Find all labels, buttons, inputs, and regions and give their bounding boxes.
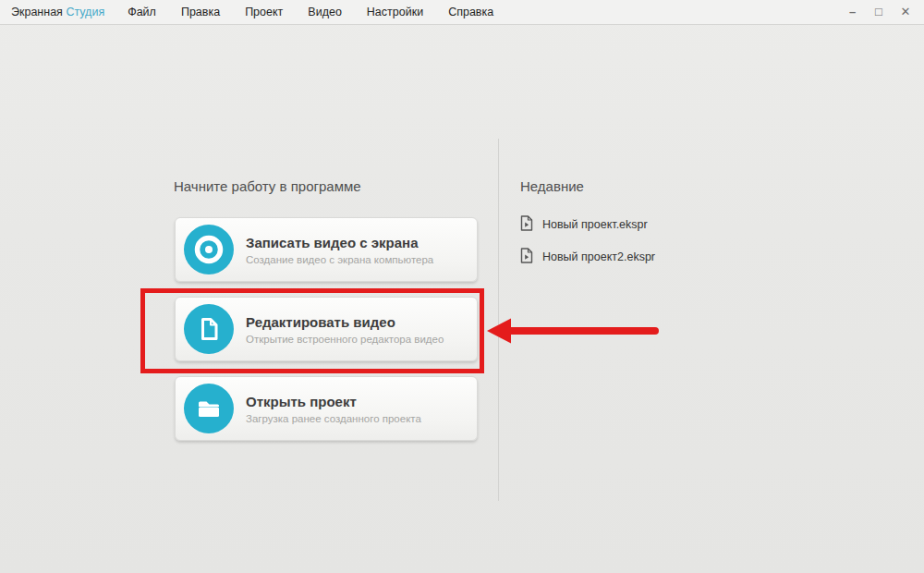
open-project-button[interactable]: Открыть проект Загрузка ранее созданного… <box>175 376 478 441</box>
app-logo: Экранная Студия <box>11 6 104 18</box>
window-controls: – □ ✕ <box>843 3 915 21</box>
maximize-button[interactable]: □ <box>869 3 888 21</box>
record-video-title: Записать видео с экрана <box>246 235 433 250</box>
minimize-button[interactable]: – <box>843 3 861 21</box>
edit-video-title: Редактировать видео <box>246 314 444 330</box>
recent-item-label: Новый проект.ekspr <box>542 218 648 231</box>
titlebar: Экранная Студия Файл Правка Проект Видео… <box>0 0 924 25</box>
start-actions: Записать видео с экрана Создание видео с… <box>175 217 478 456</box>
open-project-subtitle: Загрузка ранее созданного проекта <box>246 413 421 424</box>
menu-file[interactable]: Файл <box>125 4 159 20</box>
open-project-title: Открыть проект <box>246 394 421 409</box>
recent-item-2[interactable]: Новый проект2.ekspr <box>520 248 655 266</box>
recent-item-1[interactable]: Новый проект.ekspr <box>520 215 655 234</box>
app-logo-primary: Экранная <box>11 6 63 18</box>
video-file-icon <box>520 215 533 235</box>
start-heading: Начните работу в программе <box>174 178 361 194</box>
column-divider <box>498 139 499 501</box>
edit-video-button[interactable]: Редактировать видео Открытие встроенного… <box>175 297 478 361</box>
record-video-button[interactable]: Записать видео с экрана Создание видео с… <box>175 217 478 282</box>
menubar: Файл Правка Проект Видео Настройки Справ… <box>125 4 496 20</box>
annotation-arrow-icon <box>484 312 662 349</box>
recent-item-label: Новый проект2.ekspr <box>542 250 655 263</box>
record-video-subtitle: Создание видео с экрана компьютера <box>246 254 433 265</box>
record-icon <box>184 225 234 274</box>
menu-settings[interactable]: Настройки <box>364 4 426 20</box>
menu-edit[interactable]: Правка <box>178 4 223 20</box>
document-icon <box>184 304 234 354</box>
video-file-icon <box>520 248 533 267</box>
menu-video[interactable]: Видео <box>305 4 345 20</box>
recent-heading: Недавние <box>520 178 584 194</box>
menu-help[interactable]: Справка <box>445 4 496 20</box>
recent-list: Новый проект.ekspr Новый проект2.ekspr <box>520 215 655 280</box>
menu-project[interactable]: Проект <box>242 4 286 20</box>
close-button[interactable]: ✕ <box>896 3 915 21</box>
edit-video-subtitle: Открытие встроенного редактора видео <box>246 334 444 345</box>
folder-icon <box>184 384 234 433</box>
app-logo-accent: Студия <box>66 6 104 18</box>
